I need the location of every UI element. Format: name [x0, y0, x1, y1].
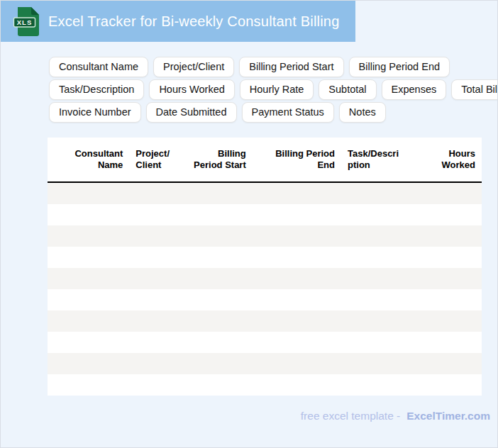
table-cell — [327, 247, 416, 268]
table-cell — [255, 332, 327, 353]
table-cell — [327, 310, 416, 332]
table-row — [48, 332, 482, 353]
table-row — [48, 204, 482, 225]
table-cell — [204, 247, 255, 268]
table-cell — [327, 289, 416, 310]
table-cell — [48, 289, 121, 310]
table-cell — [327, 183, 416, 204]
footer: free excel template -ExcelTimer.com — [301, 410, 490, 425]
chip-row-2: Task/DescriptionHours WorkedHourly RateS… — [49, 79, 496, 100]
table-row — [48, 225, 482, 247]
field-chip[interactable]: Task/Description — [49, 79, 144, 100]
table-cell — [327, 268, 416, 289]
table-cell — [255, 268, 327, 289]
table-cell — [416, 268, 482, 289]
table-cell — [327, 332, 416, 353]
column-header: Hours Worked — [406, 148, 482, 172]
table-cell — [416, 247, 482, 268]
field-chip[interactable]: Date Submitted — [146, 102, 237, 123]
table-cell — [204, 374, 255, 396]
table-cell — [48, 183, 121, 204]
table-row — [48, 247, 482, 268]
field-chip[interactable]: Billing Period End — [349, 57, 450, 77]
table-cell — [48, 204, 121, 225]
column-header: Billing Period End — [253, 148, 341, 172]
table-row — [48, 374, 482, 396]
table-cell — [121, 332, 204, 353]
table-cell — [204, 204, 255, 225]
table-cell — [121, 247, 204, 268]
table-row — [48, 289, 482, 310]
table-row — [48, 310, 482, 332]
table-cell — [255, 225, 327, 247]
xls-badge-label: XLS — [17, 18, 32, 26]
footer-brand-link[interactable]: ExcelTimer.com — [406, 410, 490, 422]
table-header-row: Consultant NameProject/ClientBilling Per… — [48, 138, 482, 183]
page: XLS Excel Tracker for Bi-weekly Consulta… — [0, 0, 498, 448]
column-header: Billing Period Start — [180, 148, 252, 172]
table-cell — [121, 204, 204, 225]
table-cell — [121, 268, 204, 289]
field-chip[interactable]: Notes — [339, 102, 386, 123]
field-chip[interactable]: Hours Worked — [149, 79, 234, 100]
table-cell — [204, 310, 255, 332]
field-chips: Consultant NameProject/ClientBilling Per… — [49, 57, 496, 125]
table-cell — [416, 289, 482, 310]
table-cell — [416, 204, 482, 225]
table-cell — [416, 353, 482, 374]
xls-file-icon: XLS — [13, 6, 41, 37]
table-cell — [48, 310, 121, 332]
field-chip[interactable]: Total Billed — [451, 79, 498, 100]
page-title: Excel Tracker for Bi-weekly Consultant B… — [48, 1, 339, 42]
column-header: Task/Description — [341, 148, 406, 172]
field-chip[interactable]: Consultant Name — [49, 57, 148, 77]
table-cell — [327, 225, 416, 247]
billing-table: Consultant NameProject/ClientBilling Per… — [48, 138, 482, 396]
table-cell — [416, 183, 482, 204]
table-cell — [121, 353, 204, 374]
table-cell — [416, 310, 482, 332]
footer-text: free excel template - — [301, 410, 400, 422]
table-cell — [204, 225, 255, 247]
table-row — [48, 353, 482, 374]
table-cell — [255, 247, 327, 268]
field-chip[interactable]: Subtotal — [319, 79, 376, 100]
table-cell — [204, 183, 255, 204]
table-cell — [121, 225, 204, 247]
table-cell — [255, 374, 327, 396]
table-cell — [121, 374, 204, 396]
table-cell — [255, 183, 327, 204]
field-chip[interactable]: Project/Client — [153, 57, 234, 77]
column-header: Project/Client — [129, 148, 180, 172]
table-cell — [48, 353, 121, 374]
table-cell — [204, 268, 255, 289]
table-cell — [327, 374, 416, 396]
folded-corner — [31, 7, 39, 15]
table-row — [48, 183, 482, 204]
table-cell — [327, 204, 416, 225]
table-cell — [121, 310, 204, 332]
table-cell — [121, 289, 204, 310]
field-chip[interactable]: Hourly Rate — [240, 79, 314, 100]
chip-row-3: Invoice NumberDate SubmittedPayment Stat… — [49, 102, 496, 123]
table-cell — [48, 374, 121, 396]
table-cell — [48, 247, 121, 268]
table-cell — [48, 332, 121, 353]
table-cell — [48, 268, 121, 289]
table-body — [48, 183, 482, 396]
table-cell — [416, 225, 482, 247]
column-header: Consultant Name — [48, 148, 129, 172]
field-chip[interactable]: Invoice Number — [49, 102, 141, 123]
table-cell — [255, 353, 327, 374]
table-cell — [204, 332, 255, 353]
table-cell — [121, 183, 204, 204]
field-chip[interactable]: Expenses — [382, 79, 447, 100]
header-band: XLS Excel Tracker for Bi-weekly Consulta… — [1, 1, 355, 42]
table-cell — [204, 353, 255, 374]
table-cell — [416, 332, 482, 353]
table-cell — [416, 374, 482, 396]
field-chip[interactable]: Billing Period Start — [239, 57, 343, 77]
table-cell — [204, 289, 255, 310]
table-row — [48, 268, 482, 289]
field-chip[interactable]: Payment Status — [242, 102, 334, 123]
